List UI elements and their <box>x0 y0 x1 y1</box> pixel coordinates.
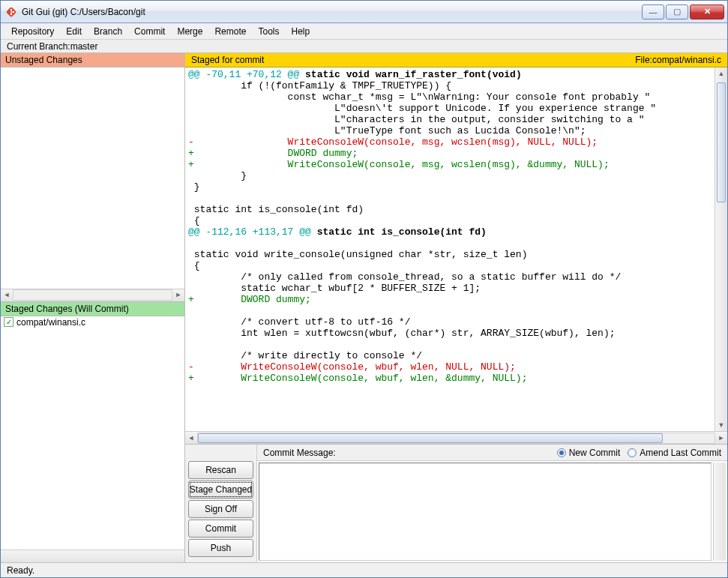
diff-line[interactable]: @@ -112,16 +113,17 @@ static int is_cons… <box>188 226 713 238</box>
diff-line[interactable]: /* only called from console_thread, so a… <box>188 271 713 283</box>
diff-line[interactable]: } <box>188 181 713 193</box>
scroll-left-icon[interactable]: ◄ <box>185 432 197 443</box>
diff-line[interactable]: if (!(fontFamily & TMPF_TRUETYPE)) { <box>188 80 713 91</box>
diff-file-prefix: File: <box>635 55 652 65</box>
scroll-left-icon[interactable]: ◄ <box>1 289 13 301</box>
git-icon <box>5 6 17 18</box>
close-button[interactable]: ✕ <box>690 4 724 19</box>
diff-line[interactable]: + DWORD dummy; <box>188 148 713 159</box>
diff-header-left: Staged for commit <box>191 55 264 65</box>
commit-button[interactable]: Commit <box>188 520 253 538</box>
diff-line[interactable]: L"doesn\'t support Unicode. If you exper… <box>188 103 713 114</box>
diff-line[interactable]: - WriteConsoleW(console, msg, wcslen(msg… <box>188 136 713 148</box>
staged-list[interactable]: ✓ compat/winansi.c <box>1 316 184 550</box>
left-column: Unstaged Changes ◄ ► Staged Changes (Wil… <box>1 53 185 562</box>
menu-bar: Repository Edit Branch Commit Merge Remo… <box>1 23 727 40</box>
commit-topbar: Commit Message: New Commit Amend Last Co… <box>257 445 727 461</box>
branch-line: Current Branch: master <box>1 40 727 53</box>
diff-header: Staged for commit File: compat/winansi.c <box>185 53 727 67</box>
window-title: Git Gui (git) C:/Users/Bacon/git <box>22 7 642 17</box>
commit-buttons: Rescan Stage Changed Sign Off Commit Pus… <box>185 445 257 562</box>
staged-file-name: compat/winansi.c <box>16 317 85 328</box>
diff-line[interactable]: /* convert utf-8 to utf-16 */ <box>188 316 713 328</box>
commit-message-label: Commit Message: <box>263 448 336 458</box>
diff-line[interactable] <box>188 305 713 316</box>
diff-line[interactable]: + DWORD dummy; <box>188 294 713 305</box>
diff-line[interactable]: const wchar_t *msg = L"\nWarning: Your c… <box>188 91 713 103</box>
scroll-right-icon[interactable]: ► <box>715 432 727 443</box>
sign-off-button[interactable]: Sign Off <box>188 500 253 518</box>
commit-message-input[interactable] <box>259 463 712 561</box>
commit-msg-vscroll[interactable] <box>713 463 726 561</box>
maximize-button[interactable]: ▢ <box>666 4 688 19</box>
status-bar: Ready. <box>1 562 727 577</box>
diff-view[interactable]: @@ -70,11 +70,12 @@ static void warn_if_… <box>185 67 715 431</box>
menu-help[interactable]: Help <box>285 25 316 38</box>
diff-line[interactable]: static wchar_t wbuf[2 * BUFFER_SIZE + 1]… <box>188 283 713 294</box>
status-text: Ready. <box>7 565 34 576</box>
staged-hscroll[interactable] <box>1 550 184 562</box>
diff-line[interactable]: int wlen = xutftowcsn(wbuf, (char*) str,… <box>188 328 713 339</box>
diff-line[interactable]: static int is_console(int fd) <box>188 204 713 215</box>
radio-new-commit-label: New Commit <box>569 448 621 458</box>
diff-line[interactable]: L"characters in the output, consider swi… <box>188 114 713 125</box>
menu-commit[interactable]: Commit <box>128 25 171 38</box>
unstaged-list[interactable]: ◄ ► <box>1 67 184 302</box>
stage-changed-button[interactable]: Stage Changed <box>188 481 253 499</box>
diff-line[interactable]: } <box>188 170 713 181</box>
commit-section: Rescan Stage Changed Sign Off Commit Pus… <box>185 444 727 562</box>
menu-tools[interactable]: Tools <box>252 25 285 38</box>
scroll-right-icon[interactable]: ► <box>172 289 184 301</box>
diff-line[interactable]: + WriteConsoleW(console, msg, wcslen(msg… <box>188 159 713 170</box>
diff-line[interactable]: - WriteConsoleW(console, wbuf, wlen, NUL… <box>188 361 713 373</box>
rescan-button[interactable]: Rescan <box>188 461 253 479</box>
scroll-up-icon[interactable]: ▲ <box>715 67 727 79</box>
diff-line[interactable] <box>188 238 713 249</box>
diff-line[interactable]: + WriteConsoleW(console, wbuf, wlen, &du… <box>188 373 713 384</box>
branch-name: master <box>70 41 98 52</box>
scroll-thumb[interactable] <box>717 82 726 202</box>
staged-file-row[interactable]: ✓ compat/winansi.c <box>1 316 184 328</box>
diff-line[interactable]: { <box>188 215 713 226</box>
radio-new-commit[interactable]: New Commit <box>557 448 621 458</box>
diff-line[interactable] <box>188 193 713 204</box>
menu-remote[interactable]: Remote <box>208 25 252 38</box>
right-column: Staged for commit File: compat/winansi.c… <box>185 53 727 562</box>
diff-line[interactable] <box>188 339 713 350</box>
diff-line[interactable]: @@ -70,11 +70,12 @@ static void warn_if_… <box>188 69 713 80</box>
unstaged-header: Unstaged Changes <box>1 53 184 67</box>
radio-amend-commit-label: Amend Last Commit <box>640 448 721 458</box>
push-button[interactable]: Push <box>188 539 253 557</box>
diff-line[interactable]: static void write_console(unsigned char … <box>188 249 713 260</box>
hscroll-thumb[interactable] <box>198 433 663 443</box>
diff-file-name: compat/winansi.c <box>652 55 721 65</box>
diff-line[interactable]: L"TrueType font such as Lucida Console!\… <box>188 125 713 136</box>
branch-label-prefix: Current Branch: <box>7 41 70 52</box>
diff-line[interactable]: { <box>188 260 713 271</box>
diff-vscroll[interactable]: ▲ ▼ <box>715 67 727 431</box>
scroll-down-icon[interactable]: ▼ <box>715 419 727 431</box>
menu-repository[interactable]: Repository <box>5 25 60 38</box>
radio-amend-commit[interactable]: Amend Last Commit <box>628 448 721 458</box>
menu-edit[interactable]: Edit <box>60 25 88 38</box>
diff-hscroll[interactable]: ◄ ► <box>185 431 727 444</box>
minimize-button[interactable]: — <box>642 4 664 19</box>
unstaged-hscroll[interactable]: ◄ ► <box>1 289 184 301</box>
staged-header: Staged Changes (Will Commit) <box>1 302 184 316</box>
diff-line[interactable]: /* write directly to console */ <box>188 350 713 361</box>
menu-merge[interactable]: Merge <box>171 25 208 38</box>
check-icon: ✓ <box>4 317 13 327</box>
title-bar: Git Gui (git) C:/Users/Bacon/git — ▢ ✕ <box>1 1 727 23</box>
menu-branch[interactable]: Branch <box>88 25 128 38</box>
